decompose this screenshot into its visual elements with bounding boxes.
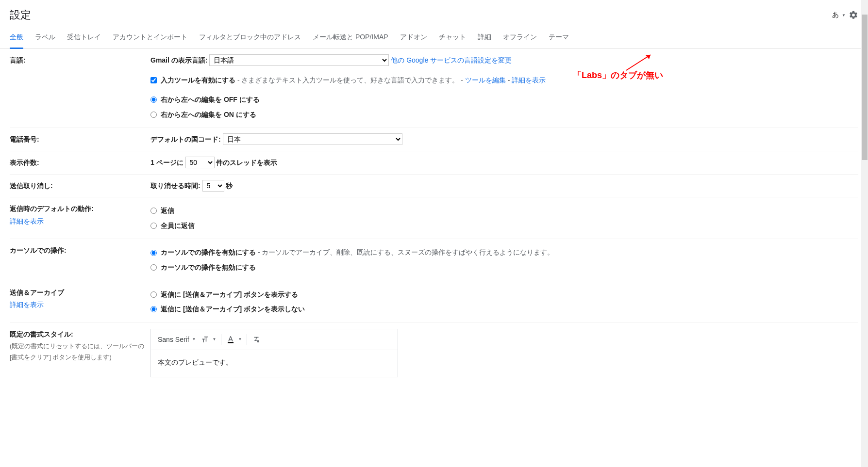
enable-input-tools-label: 入力ツールを有効にする bbox=[161, 76, 235, 84]
input-tools-details-link[interactable]: 詳細を表示 bbox=[512, 76, 546, 84]
undo-send-prefix: 取り消せる時間: bbox=[150, 182, 200, 190]
rtl-off-radio[interactable] bbox=[150, 97, 157, 103]
text-color-button[interactable]: ▼ bbox=[226, 335, 242, 344]
phone-label: 電話番号: bbox=[10, 133, 150, 146]
tab-general[interactable]: 全般 bbox=[10, 27, 23, 49]
tab-labels[interactable]: ラベル bbox=[35, 27, 55, 48]
undo-send-suffix: 秒 bbox=[226, 182, 233, 190]
page-size-prefix: 1 ページに bbox=[150, 159, 184, 166]
display-language-select[interactable]: 日本語 bbox=[209, 54, 389, 66]
settings-tabs: 全般 ラベル 受信トレイ アカウントとインポート フィルタとブロック中のアドレス… bbox=[0, 27, 868, 49]
undo-send-select[interactable]: 5 bbox=[202, 180, 224, 192]
default-style-editor: Sans Serif ▼ ▼ ▼ bbox=[150, 329, 398, 377]
toolbar-separator bbox=[247, 334, 247, 345]
edit-tools-link[interactable]: ツールを編集 bbox=[465, 76, 506, 84]
hover-actions-label: カーソルでの操作: bbox=[10, 244, 150, 275]
tab-addons[interactable]: アドオン bbox=[400, 27, 427, 48]
tab-chat[interactable]: チャット bbox=[439, 27, 466, 48]
hover-enable-label: カーソルでの操作を有効にする bbox=[161, 248, 256, 256]
page-title: 設定 bbox=[10, 8, 31, 22]
tab-themes[interactable]: テーマ bbox=[549, 27, 569, 48]
text-size-icon bbox=[201, 335, 210, 344]
default-style-sub: (既定の書式にリセットするには、ツールバーの [書式をクリア] ボタンを使用しま… bbox=[10, 343, 144, 361]
chevron-down-icon: ▼ bbox=[213, 336, 217, 343]
text-color-icon bbox=[226, 335, 235, 344]
gear-icon[interactable] bbox=[849, 10, 858, 20]
hover-disable-label: カーソルでの操作を無効にする bbox=[161, 261, 256, 274]
enable-input-tools-checkbox[interactable] bbox=[150, 77, 157, 83]
default-style-label: 既定の書式スタイル: bbox=[10, 330, 73, 338]
send-archive-hide-label: 返信に [送信＆アーカイブ] ボタンを表示しない bbox=[161, 303, 305, 316]
tab-advanced[interactable]: 詳細 bbox=[478, 27, 491, 48]
default-country-label: デフォルトの国コード: bbox=[150, 135, 221, 143]
rtl-on-label: 右から左への編集を ON にする bbox=[161, 108, 256, 121]
default-reply-details-link[interactable]: 詳細を表示 bbox=[10, 216, 150, 227]
toolbar-separator bbox=[221, 334, 221, 345]
font-size-button[interactable]: ▼ bbox=[201, 335, 217, 344]
scrollbar[interactable] bbox=[861, 0, 868, 382]
page-size-suffix: 件のスレッドを表示 bbox=[216, 159, 277, 166]
reply-all-radio[interactable] bbox=[150, 223, 157, 229]
tab-forwarding[interactable]: メール転送と POP/IMAP bbox=[313, 27, 388, 48]
change-other-services-link[interactable]: 他の Google サービスの言語設定を変更 bbox=[391, 56, 512, 64]
hover-enable-radio[interactable] bbox=[150, 250, 157, 256]
rtl-off-label: 右から左への編集を OFF にする bbox=[161, 93, 260, 106]
default-country-select[interactable]: 日本 bbox=[223, 133, 402, 145]
enable-input-tools-help: - さまざまなテキスト入力ツールを使って、好きな言語で入力できます。 - bbox=[235, 76, 465, 84]
language-label: 言語: bbox=[10, 54, 150, 123]
svg-rect-2 bbox=[228, 342, 234, 343]
page-header: 設定 あ ▼ bbox=[0, 0, 868, 27]
default-reply-label: 返信時のデフォルトの動作: bbox=[10, 205, 94, 212]
style-preview-text: 本文のプレビューです。 bbox=[151, 350, 398, 377]
display-language-label: Gmail の表示言語: bbox=[150, 56, 207, 64]
font-family-button[interactable]: Sans Serif ▼ bbox=[158, 333, 196, 346]
undo-send-label: 送信取り消し: bbox=[10, 179, 150, 193]
input-method-indicator[interactable]: あ bbox=[832, 11, 839, 19]
clear-formatting-icon[interactable] bbox=[252, 335, 261, 344]
send-archive-show-radio[interactable] bbox=[150, 291, 157, 298]
chevron-down-icon: ▼ bbox=[238, 336, 242, 343]
tab-offline[interactable]: オフライン bbox=[503, 27, 537, 48]
chevron-down-icon[interactable]: ▼ bbox=[842, 13, 846, 17]
send-archive-details-link[interactable]: 詳細を表示 bbox=[10, 299, 150, 311]
hover-enable-help: - カーソルでアーカイブ、削除、既読にする、スヌーズの操作をすばやく行えるように… bbox=[256, 248, 554, 256]
send-archive-show-label: 返信に [送信＆アーカイブ] ボタンを表示する bbox=[161, 288, 298, 301]
chevron-down-icon: ▼ bbox=[192, 336, 196, 343]
page-size-select[interactable]: 50 bbox=[185, 157, 215, 168]
reply-radio[interactable] bbox=[150, 208, 157, 214]
send-archive-hide-radio[interactable] bbox=[150, 306, 157, 312]
rtl-on-radio[interactable] bbox=[150, 112, 157, 118]
hover-disable-radio[interactable] bbox=[150, 264, 157, 271]
scrollbar-thumb[interactable] bbox=[862, 15, 868, 160]
tab-inbox[interactable]: 受信トレイ bbox=[67, 27, 101, 48]
tab-filters[interactable]: フィルタとブロック中のアドレス bbox=[199, 27, 301, 48]
tab-accounts[interactable]: アカウントとインポート bbox=[113, 27, 187, 48]
page-size-label: 表示件数: bbox=[10, 156, 150, 169]
font-family-name: Sans Serif bbox=[158, 333, 189, 346]
send-archive-label: 送信＆アーカイブ bbox=[10, 289, 64, 296]
reply-all-label: 全員に返信 bbox=[161, 219, 195, 232]
reply-label: 返信 bbox=[161, 204, 174, 217]
